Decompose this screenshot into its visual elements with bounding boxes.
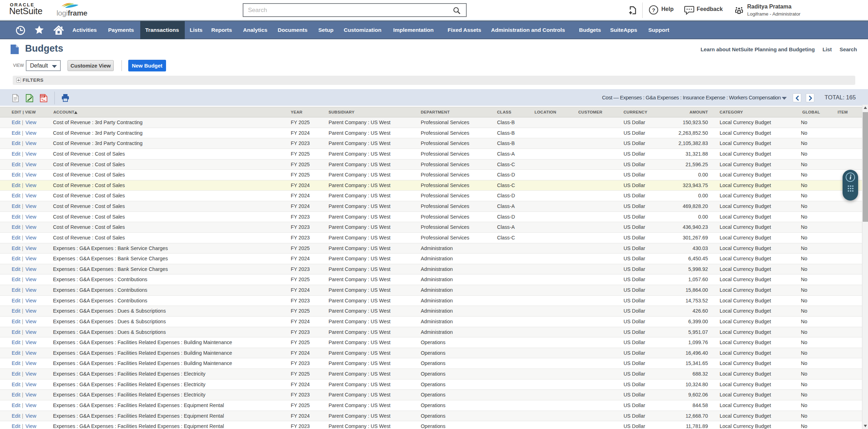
svg-text:?: ? xyxy=(652,7,655,13)
svg-text:PDF: PDF xyxy=(41,95,45,98)
